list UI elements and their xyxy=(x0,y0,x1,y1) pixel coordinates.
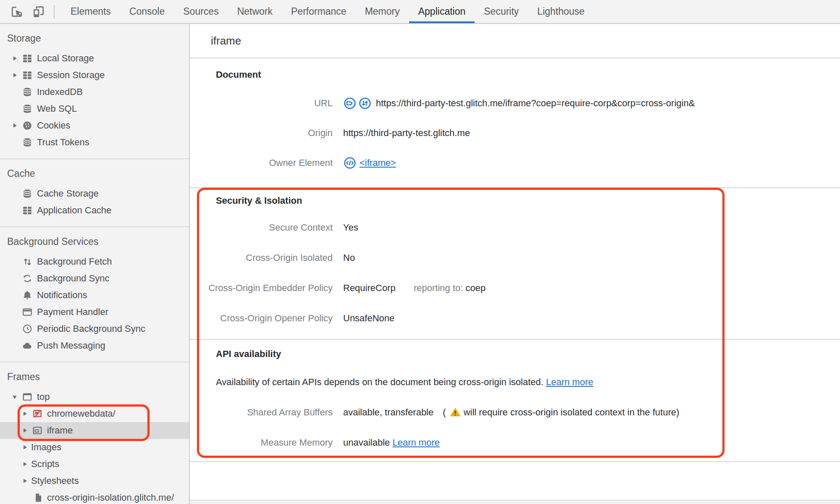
sidebar-item-trust-tokens[interactable]: Trust Tokens xyxy=(0,134,189,151)
secure-context-label: Secure Context xyxy=(194,219,333,236)
chevron-down-icon[interactable] xyxy=(12,394,18,400)
sidebar-item-session-storage[interactable]: Session Storage xyxy=(0,67,189,84)
clock-icon xyxy=(22,323,33,334)
chevron-right-icon[interactable] xyxy=(22,444,28,450)
origin-label: Origin xyxy=(194,125,333,142)
tab-memory[interactable]: Memory xyxy=(356,0,409,23)
chevron-right-icon[interactable] xyxy=(22,461,28,467)
item-label: Cache Storage xyxy=(37,185,99,202)
sidebar-item-iframe-frame[interactable]: iframe xyxy=(0,422,189,439)
sidebar-item-local-storage[interactable]: Local Storage xyxy=(0,50,189,67)
item-label: Images xyxy=(31,439,61,456)
sidebar-item-stylesheets[interactable]: Stylesheets xyxy=(0,472,189,489)
item-label: Periodic Background Sync xyxy=(37,320,145,337)
tab-performance[interactable]: Performance xyxy=(282,0,356,23)
sidebar-item-background-fetch[interactable]: Background Fetch xyxy=(0,253,189,270)
page-title: iframe xyxy=(211,32,241,49)
sidebar-item-chromewebdata-frame[interactable]: chromewebdata/ xyxy=(0,405,189,422)
database-icon xyxy=(22,103,33,114)
shared-array-buffers-row: Shared Array Buffers available, transfer… xyxy=(190,404,840,421)
tab-console[interactable]: Console xyxy=(120,0,174,23)
open-in-sources-icon[interactable] xyxy=(343,97,357,110)
reveal-in-elements-icon[interactable] xyxy=(343,156,357,170)
shared-array-buffers-warning: will require cross-origin isolated conte… xyxy=(464,407,680,417)
chevron-right-icon[interactable] xyxy=(12,72,18,78)
open-in-network-icon[interactable] xyxy=(358,97,372,110)
sidebar-item-cache-storage[interactable]: Cache Storage xyxy=(0,185,189,202)
section-title-background-services: Background Services xyxy=(0,233,189,250)
cross-origin-isolated-row: Cross-Origin Isolated No xyxy=(190,249,840,266)
frame-details-panel: iframe Document URL https://third-party-… xyxy=(190,24,840,504)
cross-origin-isolated-value: No xyxy=(343,249,355,266)
sidebar-item-top-frame[interactable]: top xyxy=(0,388,189,405)
coop-row: Cross-Origin Opener Policy UnsafeNone xyxy=(190,310,840,327)
sidebar-item-payment-handler[interactable]: Payment Handler xyxy=(0,304,189,320)
secure-context-value: Yes xyxy=(343,219,358,236)
item-label: Notifications xyxy=(37,287,87,304)
api-intro-text: Availability of certain APIs depends on … xyxy=(216,377,543,387)
tab-lighthouse[interactable]: Lighthouse xyxy=(528,0,594,23)
sidebar-item-scripts[interactable]: Scripts xyxy=(0,456,189,472)
learn-more-link[interactable]: Learn more xyxy=(546,377,593,387)
measure-memory-label: Measure Memory xyxy=(194,434,333,451)
api-availability-intro: Availability of certain APIs depends on … xyxy=(216,374,593,391)
secure-context-row: Secure Context Yes xyxy=(190,219,840,236)
tab-sources[interactable]: Sources xyxy=(174,0,228,23)
section-title-storage: Storage xyxy=(0,30,189,47)
section-frames: Frames top chromewebdata/ iframe Images … xyxy=(0,362,189,504)
cross-origin-isolated-label: Cross-Origin Isolated xyxy=(194,249,333,266)
url-label: URL xyxy=(194,95,333,112)
database-icon xyxy=(22,137,33,148)
section-background-services: Background Services Background Fetch Bac… xyxy=(0,227,189,362)
table-icon xyxy=(22,70,33,81)
sidebar-item-cookies[interactable]: Cookies xyxy=(0,117,189,134)
chevron-right-icon[interactable] xyxy=(12,55,18,61)
measure-memory-value-group: unavailable Learn more xyxy=(343,434,440,451)
application-sidebar: Storage Local Storage Session Storage In… xyxy=(0,24,190,504)
sidebar-item-notifications[interactable]: Notifications xyxy=(0,287,189,304)
divider xyxy=(190,339,840,340)
sidebar-item-web-sql[interactable]: Web SQL xyxy=(0,100,189,117)
item-label: Session Storage xyxy=(37,67,105,84)
tab-security[interactable]: Security xyxy=(475,0,528,23)
security-section-heading: Security & Isolation xyxy=(216,192,302,209)
inspect-element-icon[interactable] xyxy=(10,5,24,18)
device-toolbar-icon[interactable] xyxy=(32,5,45,18)
cloud-icon xyxy=(22,340,33,351)
iframe-element-link[interactable]: <iframe> xyxy=(360,155,396,171)
divider xyxy=(190,461,840,462)
chevron-right-icon[interactable] xyxy=(22,478,28,484)
tab-elements[interactable]: Elements xyxy=(61,0,120,23)
coop-label: Cross-Origin Opener Policy xyxy=(194,310,333,327)
coep-label: Cross-Origin Embedder Policy xyxy=(194,280,333,297)
sidebar-item-application-cache[interactable]: Application Cache xyxy=(0,202,189,219)
file-icon xyxy=(33,492,44,503)
section-storage: Storage Local Storage Session Storage In… xyxy=(0,24,189,159)
chevron-right-icon[interactable] xyxy=(12,123,18,129)
learn-more-link[interactable]: Learn more xyxy=(392,437,440,448)
sidebar-item-indexeddb[interactable]: IndexedDB xyxy=(0,84,189,100)
sidebar-item-push-messaging[interactable]: Push Messaging xyxy=(0,337,189,354)
coop-value: UnsafeNone xyxy=(343,310,394,327)
payment-card-icon xyxy=(22,307,33,318)
tab-application[interactable]: Application xyxy=(409,0,475,23)
item-label: IndexedDB xyxy=(37,84,83,100)
sidebar-item-cross-origin-isolation-file[interactable]: cross-origin-isolation.glitch.me/ xyxy=(0,489,189,504)
coep-row: Cross-Origin Embedder Policy RequireCorp… xyxy=(190,280,840,297)
chevron-right-icon[interactable] xyxy=(22,411,28,417)
shared-array-buffers-value-group: available, transferable( will require cr… xyxy=(343,404,679,421)
blocked-frame-icon xyxy=(32,408,43,419)
api-availability-heading: API availability xyxy=(216,346,281,362)
url-row: URL https://third-party-test.glitch.me/i… xyxy=(190,95,840,112)
item-label: top xyxy=(37,388,50,405)
sidebar-item-images[interactable]: Images xyxy=(0,439,189,456)
chevron-right-icon[interactable] xyxy=(22,428,28,433)
item-label: Payment Handler xyxy=(37,304,108,320)
section-title-frames: Frames xyxy=(0,368,189,385)
sync-icon xyxy=(22,273,33,284)
sidebar-item-periodic-background-sync[interactable]: Periodic Background Sync xyxy=(0,320,189,337)
item-label: Local Storage xyxy=(37,50,94,67)
sidebar-item-background-sync[interactable]: Background Sync xyxy=(0,270,189,287)
tab-network[interactable]: Network xyxy=(228,0,282,23)
bell-icon xyxy=(22,290,33,301)
